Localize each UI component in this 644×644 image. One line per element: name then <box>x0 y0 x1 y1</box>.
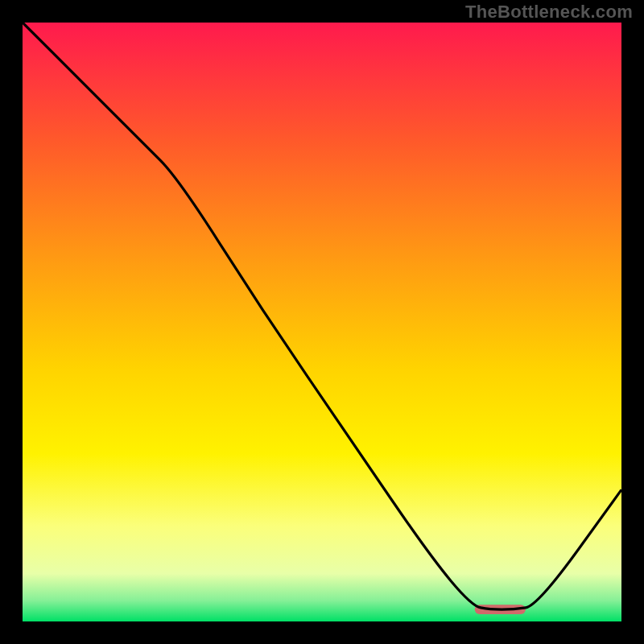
plot-area <box>23 23 621 621</box>
chart-root: TheBottleneck.com <box>0 0 644 644</box>
watermark-label: TheBottleneck.com <box>465 2 633 23</box>
chart-svg <box>23 23 621 621</box>
